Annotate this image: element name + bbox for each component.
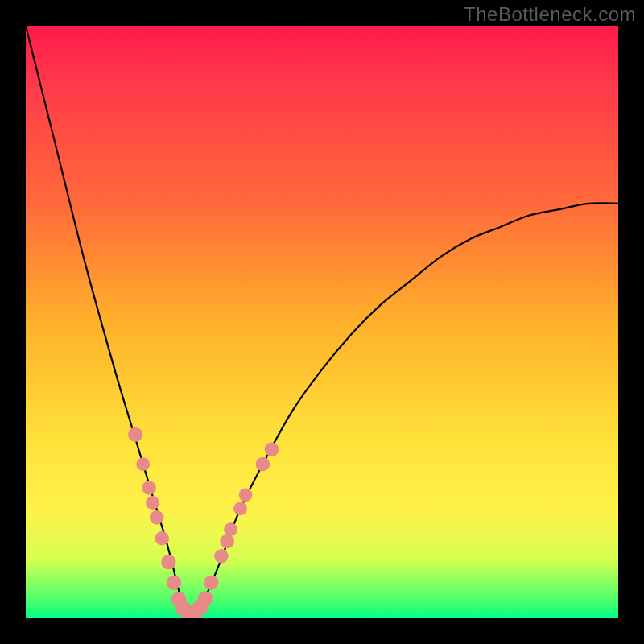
highlight-dot — [136, 457, 150, 471]
highlight-dots — [128, 427, 279, 618]
curve-svg — [26, 26, 618, 618]
highlight-dot — [233, 502, 247, 515]
highlight-dot — [265, 442, 279, 456]
highlight-dot — [197, 591, 213, 606]
highlight-dot — [161, 555, 175, 569]
highlight-dot — [204, 576, 218, 590]
highlight-dot — [128, 427, 142, 442]
highlight-dot — [150, 510, 164, 525]
bottleneck-curve — [26, 26, 618, 614]
plot-area — [26, 26, 618, 618]
highlight-dot — [214, 549, 229, 564]
highlight-dot — [220, 535, 234, 549]
highlight-dot — [167, 576, 181, 590]
highlight-dot — [224, 522, 237, 536]
watermark-label: TheBottleneck.com — [464, 3, 636, 26]
highlight-dot — [256, 457, 270, 472]
highlight-dot — [146, 496, 159, 510]
highlight-dot — [239, 488, 253, 502]
chart-frame: TheBottleneck.com — [0, 0, 644, 644]
highlight-dot — [142, 481, 156, 495]
highlight-dot — [155, 531, 169, 546]
